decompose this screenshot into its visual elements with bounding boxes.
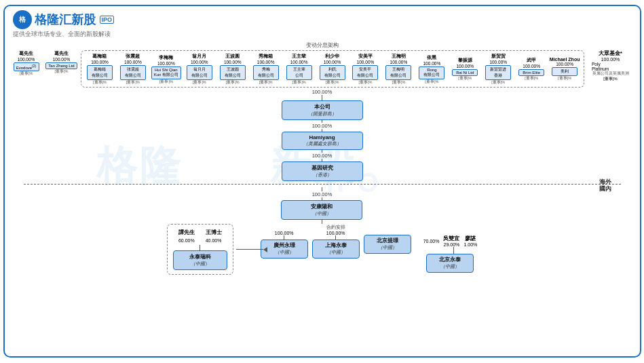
- sh-sub-v8: [董事]%: [326, 80, 339, 85]
- contract-label: 合約安排: [326, 224, 345, 231]
- tan-pct: 60.00%: [178, 238, 195, 243]
- tan-name: 譚先生: [178, 229, 195, 236]
- sh-box-v6: 秀梅有限公司: [253, 65, 279, 80]
- overseas-divider: [24, 184, 621, 185]
- wang-pct: 40.00%: [206, 238, 222, 243]
- top-right-fund: 大眾基金* 100.00% PolyPlatinum 英属公司及英属美洲 [董事…: [587, 50, 634, 82]
- sh-box-v12: Bai Ni Ltd: [452, 69, 478, 76]
- sh-name-v6: 秀梅箱: [259, 53, 273, 60]
- north-beijing-box: 北京永泰（中國）: [426, 254, 474, 273]
- wu-name: 吳雙宜: [443, 235, 459, 242]
- sh-box-v9: 安美平有限公司: [352, 65, 378, 80]
- right-persons-row: 70.00% 吳雙宜 29.00% 廖諶 1.00%: [423, 235, 478, 273]
- logo-text: 格隆汇新股: [35, 12, 96, 28]
- sh-pct-v9: 100.00%: [357, 60, 375, 64]
- company3-box: 基因研究 （香港）: [282, 161, 363, 181]
- beijing-col: 北京提璟（中國）: [364, 231, 411, 254]
- sh-box-v2: 张震超有限公司: [120, 65, 146, 80]
- sh-pct-v7: 100.00%: [290, 60, 308, 64]
- yongtai-pct: 70.00%: [423, 239, 440, 244]
- sh-sub-v14: [董事]%: [525, 76, 538, 81]
- sh-pct-v12: 100.00%: [456, 64, 474, 69]
- ankai-box: 安康陽和 （中國）: [281, 200, 362, 220]
- sh-col-v13: 新贸贸 100.00% 新贸贸进香港 [董事]%: [482, 53, 514, 85]
- shanghai-col: 100.00% 上海永泰（中國）: [312, 231, 360, 259]
- sh-col-v7: 王主辈 100.00% 王主辈公司 [董事]%: [283, 53, 315, 85]
- company2-name: Hamiyang: [309, 134, 335, 140]
- shanghai-box: 上海永泰（中國）: [312, 240, 360, 259]
- sh-name-v5: 王波圆: [225, 53, 240, 60]
- sh-pct-v6: 100.00%: [257, 60, 275, 64]
- sh-name-v13: 新贸贸: [491, 53, 506, 60]
- company2-box: Hamiyang （英屬處女群島）: [282, 132, 363, 150]
- liao-name: 廖諶: [465, 235, 476, 242]
- sh-name-v10: 王梅明: [392, 53, 406, 60]
- sh-sub-v10: [董事]%: [392, 80, 405, 85]
- left-domestic: 譚先生 王博士 60.00% 40.00%: [167, 224, 233, 275]
- company1-box: 本公司 （開曼群島）: [282, 100, 363, 120]
- sh-col-v6: 秀梅箱 100.00% 秀梅有限公司 [董事]%: [250, 53, 282, 85]
- wang-name: 王博士: [206, 229, 222, 236]
- logo-title: 格 格隆汇新股 IPO: [13, 10, 115, 29]
- sh-sub-v5: [董事]%: [226, 80, 240, 85]
- sh-pct-v14: 100.00%: [523, 64, 540, 69]
- bottom-row: 譚先生 王博士 60.00% 40.00%: [167, 224, 478, 275]
- main-flow: 100.00% 本公司 （開曼群島） 100.00% Hamiyang （英屬處…: [10, 89, 634, 275]
- sh-pct-1: 100.00%: [18, 57, 35, 62]
- bottom-branch: 100.00% 廣州永璟（中國） 100.00% 上海永泰（中國）: [261, 231, 411, 259]
- left-sh-row: 葛先生 100.00% Evodove(2) [董事]% 葛先生 100.00%…: [10, 50, 78, 76]
- main-container: 格 格隆汇新股 IPO 提供全球市场专业、全面的新股解读 格隆 新股 IPO 变…: [3, 5, 641, 358]
- shareholders-area: 葛先生 100.00% Evodove(2) [董事]% 葛先生 100.00%…: [10, 50, 634, 88]
- person-tan: 譚先生: [178, 229, 195, 236]
- sh-name-v9: 安美平: [358, 53, 373, 60]
- beijing-yongtai-area: 70.00% 吳雙宜 29.00% 廖諶 1.00%: [423, 235, 478, 273]
- company1-sub: （開曼群島）: [308, 111, 337, 116]
- sh-box-v10: 王梅明有限公司: [385, 65, 411, 80]
- sh-box-2: Tan Zheng Ltd: [45, 62, 77, 69]
- content: 格隆 新股 IPO 变动分息架构 葛先生 100.00% Evodove(2) …: [5, 40, 640, 356]
- sh-col-2: 葛先生 100.00% Tan Zheng Ltd [董事]%: [45, 50, 78, 76]
- sh-sub-v1: [董事]%: [93, 80, 107, 85]
- sh-pct-v5: 100.00%: [224, 60, 242, 64]
- left-dashed: 譚先生 王博士 60.00% 40.00%: [167, 224, 233, 275]
- sh-box-v5: 王波圆有限公司: [220, 65, 246, 80]
- sh-col-v14: 武甲 100.00% Brim Elite [董事]%: [516, 57, 548, 81]
- sh-box-v7: 王主辈公司: [286, 65, 312, 80]
- vie-label: 变动分息架构: [10, 41, 634, 49]
- sh-sub-v9: [董事]%: [358, 80, 372, 85]
- contract-arrow: [236, 247, 267, 252]
- sh-pct-v4: 100.00%: [191, 60, 208, 64]
- sh-sub-v13: [董事]%: [491, 80, 505, 85]
- sh-name-v1: 葛梅箱: [92, 53, 107, 60]
- domestic-flow: 100.00% 安康陽和 （中國） 譚先生: [167, 187, 478, 275]
- sh-col-1: 葛先生 100.00% Evodove(2) [董事]%: [10, 50, 43, 76]
- sh-pct-v13: 100.00%: [489, 60, 507, 64]
- sh-box-v14: Brim Elite: [518, 69, 544, 76]
- sh-name-v14: 武甲: [527, 57, 536, 64]
- sh-col-v4: 翁月月 100.00% 翁月月有限公司 [董事]%: [183, 53, 215, 85]
- beijing-box: 北京提璟（中國）: [364, 235, 411, 254]
- sh-sub-v12: [董事]%: [458, 76, 472, 81]
- sh-col-v15: Michael Zhou 100.00% 美利 [董事]%: [549, 57, 581, 81]
- sh-box-v15: 美利: [552, 67, 577, 76]
- company1-name: 本公司: [314, 104, 330, 110]
- fund-pct: 100.00%: [601, 57, 620, 62]
- sh-pct-v10: 100.00%: [390, 60, 408, 64]
- sh-name-1: 葛先生: [19, 50, 33, 57]
- sh-box-v1: 葛梅箱有限公司: [87, 65, 113, 80]
- sh-pct-v1: 100.00%: [91, 60, 109, 64]
- sh-col-v2: 张震超 100.00% 张震超有限公司 [董事]%: [117, 53, 149, 85]
- sh-pct-v3: 100.00%: [157, 61, 175, 66]
- domestic-label: 國內: [599, 185, 611, 193]
- connector-1: [322, 95, 322, 100]
- sh-name-v15: Michael Zhou: [550, 57, 580, 62]
- sh-sub-v2: [董事]%: [126, 80, 140, 85]
- ankai-sub: （中國）: [312, 211, 331, 216]
- guangzhou-box: 廣州永璟（中國）: [261, 240, 308, 259]
- liao-pct: 1.00%: [463, 242, 477, 247]
- sh-col-v12: 黎振源 100.00% Bai Ni Ltd [董事]%: [449, 57, 481, 81]
- wu-pct: 29.00%: [444, 242, 460, 247]
- sh-name-v7: 王主辈: [292, 53, 306, 60]
- wu-item: 吳雙宜 29.00%: [443, 235, 459, 247]
- pct-to-company2: 100.00%: [312, 123, 333, 129]
